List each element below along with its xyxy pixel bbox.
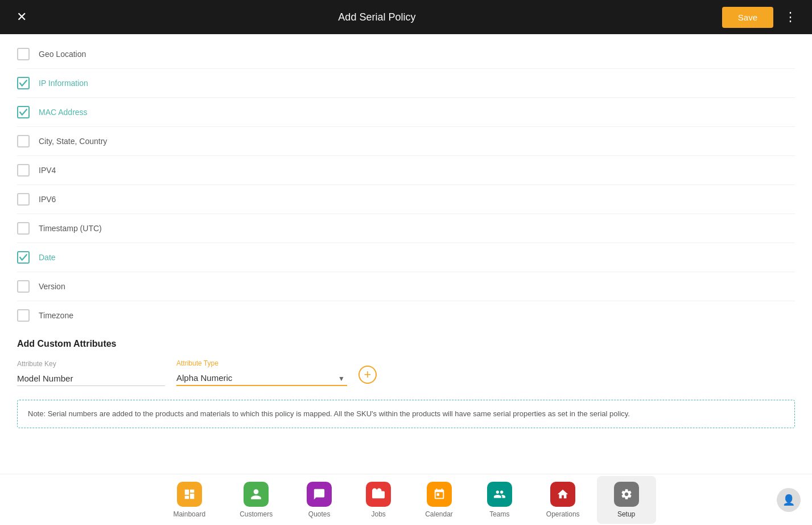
more-button[interactable]: ⋮ [780,7,801,27]
checkbox-geo_location[interactable] [17,48,30,60]
nav-item-jobs[interactable]: Jobs [349,476,408,524]
add-attribute-button[interactable]: + [358,366,377,384]
custom-attributes-section: Add Custom Attributes Attribute Key Attr… [17,339,795,386]
list-item: Geo Location [17,40,795,69]
checkbox-label-ip_information: IP Information [39,79,88,88]
main-content: Geo LocationIP InformationMAC AddressCit… [0,34,812,474]
checkbox-label-timestamp_utc: Timestamp (UTC) [39,224,102,233]
list-item: Date [17,243,795,272]
bottom-nav: MainboardCustomersQuotesJobsCalendarTeam… [0,474,812,525]
checkbox-label-ipv6: IPV6 [39,195,56,204]
nav-item-operations[interactable]: Operations [529,476,597,524]
nav-label-calendar: Calendar [425,510,453,518]
nav-label-setup: Setup [617,510,635,518]
nav-label-operations: Operations [546,510,580,518]
checkbox-version[interactable] [17,280,30,293]
checkbox-timestamp_utc[interactable] [17,222,30,235]
avatar: 👤 [777,488,801,512]
nav-icon-mainboard [177,482,202,507]
attribute-type-field: Attribute Type Alpha Numeric Numeric Tex… [176,359,347,386]
attributes-row: Attribute Key Attribute Type Alpha Numer… [17,359,795,386]
nav-label-teams: Teams [489,510,509,518]
checkbox-timezone[interactable] [17,309,30,322]
nav-label-mainboard: Mainboard [173,510,205,518]
checkbox-label-mac_address: MAC Address [39,108,88,117]
nav-icon-setup [614,482,639,507]
nav-label-jobs: Jobs [371,510,385,518]
note-box: Note: Serial numbers are added to the pr… [17,400,795,428]
attribute-type-select[interactable]: Alpha Numeric Numeric Text Boolean Date [176,371,347,386]
nav-icon-calendar [427,482,452,507]
list-item: MAC Address [17,98,795,127]
note-text: Note: Serial numbers are added to the pr… [28,409,630,418]
nav-icon-teams [487,482,512,507]
checkbox-ipv6[interactable] [17,193,30,206]
checkbox-label-version: Version [39,282,65,291]
checkbox-mac_address[interactable] [17,106,30,118]
nav-items: MainboardCustomersQuotesJobsCalendarTeam… [156,476,656,524]
checkbox-label-date: Date [39,253,56,262]
attribute-key-field: Attribute Key [17,360,165,386]
checkbox-city_state_country[interactable] [17,135,30,147]
page-title: Add Serial Policy [338,11,415,23]
checkbox-date[interactable] [17,251,30,264]
close-button[interactable]: ✕ [11,7,32,27]
nav-icon-operations [550,482,575,507]
list-item: City, State, Country [17,127,795,156]
nav-label-customers: Customers [240,510,273,518]
checkbox-list: Geo LocationIP InformationMAC AddressCit… [17,40,795,330]
checkbox-label-city_state_country: City, State, Country [39,137,107,146]
list-item: Version [17,272,795,301]
attribute-key-input[interactable] [17,371,165,386]
save-button[interactable]: Save [722,7,773,28]
list-item: IPV4 [17,156,795,185]
header: ✕ Add Serial Policy Save ⋮ [0,0,812,34]
nav-icon-customers [244,482,269,507]
attribute-type-wrapper: Alpha Numeric Numeric Text Boolean Date … [176,371,347,386]
nav-item-teams[interactable]: Teams [470,476,529,524]
checkbox-ipv4[interactable] [17,164,30,177]
nav-icon-quotes [307,482,332,507]
nav-item-mainboard[interactable]: Mainboard [156,476,222,524]
nav-item-calendar[interactable]: Calendar [408,476,470,524]
list-item: Timestamp (UTC) [17,214,795,243]
list-item: IP Information [17,69,795,98]
checkbox-label-ipv4: IPV4 [39,166,56,175]
list-item: IPV6 [17,185,795,214]
nav-item-customers[interactable]: Customers [222,476,290,524]
list-item: Timezone [17,301,795,330]
nav-item-setup[interactable]: Setup [597,476,656,524]
attribute-key-label: Attribute Key [17,360,165,368]
nav-item-quotes[interactable]: Quotes [290,476,349,524]
attribute-type-label: Attribute Type [176,359,347,367]
checkbox-label-geo_location: Geo Location [39,50,86,59]
checkbox-label-timezone: Timezone [39,311,73,320]
custom-attributes-title: Add Custom Attributes [17,339,795,349]
nav-icon-jobs [366,482,391,507]
nav-label-quotes: Quotes [308,510,331,518]
checkbox-ip_information[interactable] [17,77,30,89]
